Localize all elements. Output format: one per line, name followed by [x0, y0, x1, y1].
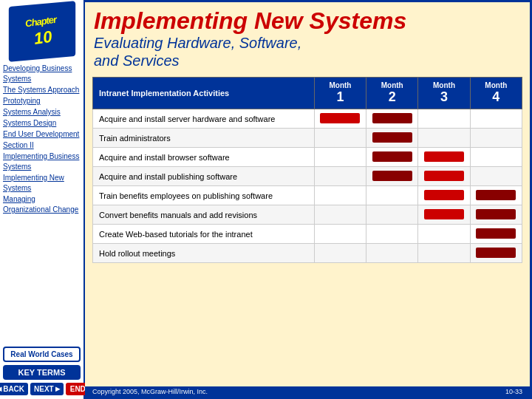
gantt-container: Intranet Implementation Activities Month…	[85, 72, 530, 386]
sidebar-item-implementing-business[interactable]: Implementing Business Systems	[3, 151, 81, 172]
gantt-cell-r5-m4	[470, 205, 522, 225]
gantt-cell-r1-m4	[470, 129, 522, 148]
gantt-cell-r4-m3	[418, 186, 470, 205]
real-world-cases-button[interactable]: Real World Cases	[3, 347, 81, 362]
gantt-cell-r2-m3	[418, 148, 470, 167]
gantt-cell-r0-m1	[314, 109, 366, 129]
back-button[interactable]: BACK	[0, 383, 28, 395]
gantt-cell-r3-m2	[366, 167, 418, 186]
chapter-badge: Chapter 10	[9, 4, 75, 59]
gantt-cell-r6-m4	[470, 225, 522, 244]
next-button[interactable]: NEXT	[30, 383, 64, 395]
sidebar-bottom: Real World Cases KEY TERMS BACK NEXT END	[3, 347, 81, 395]
main-content: Implementing New Systems Evaluating Hard…	[85, 0, 532, 399]
table-row: Acquire and install publishing software	[93, 167, 522, 186]
month-1-header: Month 1	[314, 78, 366, 109]
gantt-cell-r1-m2	[366, 129, 418, 148]
table-row: Train administrators	[93, 129, 522, 148]
page-number: 10-33	[505, 388, 522, 395]
table-row: Convert benefits manuals and add revisio…	[93, 205, 522, 225]
gantt-cell-r7-m3	[418, 244, 470, 263]
sidebar-item-developing[interactable]: Developing Business Systems	[3, 64, 81, 84]
sidebar-item-prototyping[interactable]: Prototyping	[3, 96, 81, 106]
gantt-cell-r4-m1	[314, 186, 366, 205]
footer-bar: Copyright 2005, McGraw-Hill/Irwin, Inc. …	[85, 386, 530, 397]
gantt-cell-r4-m2	[366, 186, 418, 205]
gantt-cell-r2-m2	[366, 148, 418, 167]
sidebar-item-managing[interactable]: Managing Organizational Change	[3, 194, 81, 215]
month-3-header: Month 3	[418, 78, 470, 109]
gantt-cell-r2-m4	[470, 148, 522, 167]
gantt-table: Intranet Implementation Activities Month…	[92, 77, 522, 263]
month-2-header: Month 2	[366, 78, 418, 109]
activity-cell: Acquire and install browser software	[93, 148, 315, 167]
gantt-cell-r5-m3	[418, 205, 470, 225]
activity-col-header: Intranet Implementation Activities	[93, 78, 315, 109]
sidebar-item-systems-analysis[interactable]: Systems Analysis	[3, 107, 81, 117]
gantt-cell-r4-m4	[470, 186, 522, 205]
gantt-cell-r6-m1	[314, 225, 366, 244]
nav-buttons-group: BACK NEXT END	[3, 383, 81, 395]
activity-cell: Create Web-based tutorials for the intra…	[93, 225, 315, 244]
sidebar-item-systems-approach[interactable]: The Systems Approach	[3, 85, 81, 95]
chapter-number: 10	[33, 27, 53, 47]
gantt-cell-r6-m2	[366, 225, 418, 244]
sidebar-item-section-ii[interactable]: Section II	[3, 140, 81, 151]
gantt-cell-r3-m3	[418, 167, 470, 186]
gantt-cell-r5-m1	[314, 205, 366, 225]
activity-cell: Convert benefits manuals and add revisio…	[93, 205, 315, 225]
table-header-row: Intranet Implementation Activities Month…	[93, 78, 522, 109]
sidebar-navigation: Developing Business Systems The Systems …	[3, 64, 81, 216]
main-title: Implementing New Systems	[94, 8, 521, 34]
table-row: Acquire and install browser software	[93, 148, 522, 167]
sidebar-item-systems-design[interactable]: Systems Design	[3, 118, 81, 129]
gantt-cell-r0-m3	[418, 109, 470, 129]
sidebar-item-end-user[interactable]: End User Development	[3, 129, 81, 140]
activity-cell: Acquire and install server hardware and …	[93, 109, 315, 129]
gantt-cell-r0-m2	[366, 109, 418, 129]
gantt-cell-r1-m3	[418, 129, 470, 148]
month-4-header: Month 4	[470, 78, 522, 109]
key-terms-button[interactable]: KEY TERMS	[3, 365, 81, 380]
table-row: Hold rollout meetings	[93, 244, 522, 263]
gantt-cell-r6-m3	[418, 225, 470, 244]
sub-title: Evaluating Hardware, Software, and Servi…	[94, 34, 521, 69]
gantt-cell-r3-m4	[470, 167, 522, 186]
gantt-cell-r0-m4	[470, 109, 522, 129]
subtitle-line2: and Services	[94, 52, 180, 69]
subtitle-line1: Evaluating Hardware, Software,	[94, 35, 301, 51]
activity-cell: Acquire and install publishing software	[93, 167, 315, 186]
header-section: Implementing New Systems Evaluating Hard…	[85, 2, 530, 72]
sidebar-item-implementing-new[interactable]: Implementing New Systems	[3, 173, 81, 194]
activity-cell: Train benefits employees on publishing s…	[93, 186, 315, 205]
activity-cell: Train administrators	[93, 129, 315, 148]
gantt-cell-r7-m4	[470, 244, 522, 263]
gantt-cell-r7-m1	[314, 244, 366, 263]
gantt-cell-r7-m2	[366, 244, 418, 263]
table-row: Train benefits employees on publishing s…	[93, 186, 522, 205]
activity-cell: Hold rollout meetings	[93, 244, 315, 263]
gantt-cell-r1-m1	[314, 129, 366, 148]
copyright-text: Copyright 2005, McGraw-Hill/Irwin, Inc.	[92, 388, 208, 395]
table-row: Acquire and install server hardware and …	[93, 109, 522, 129]
chapter-text: Chapter 10	[24, 14, 59, 48]
gantt-cell-r2-m1	[314, 148, 366, 167]
table-row: Create Web-based tutorials for the intra…	[93, 225, 522, 244]
gantt-cell-r3-m1	[314, 167, 366, 186]
sidebar: Chapter 10 Developing Business Systems T…	[0, 0, 85, 399]
gantt-cell-r5-m2	[366, 205, 418, 225]
